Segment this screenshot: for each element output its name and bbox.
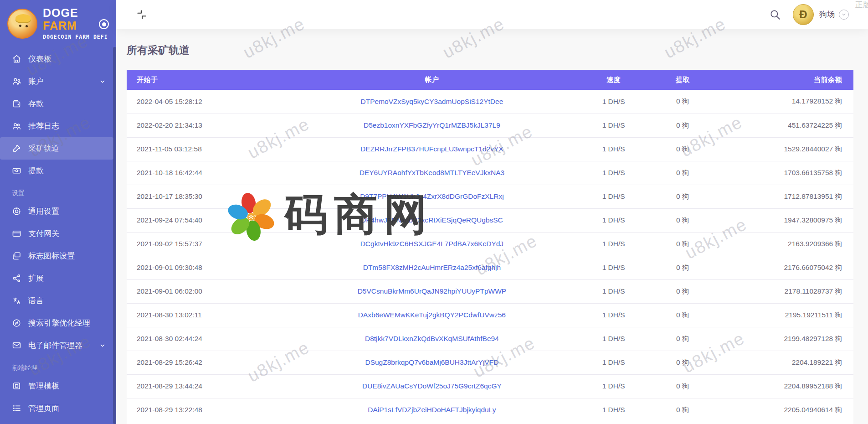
account-address-link[interactable]: DEZRRJrrZFPB37HUFcnpLU3wnpcT1d2vYX <box>360 145 503 153</box>
search-icon[interactable] <box>769 9 781 21</box>
table-row: 2021-08-29 15:26:42 DSugZ8brkqpQ7v6baMj6… <box>127 351 853 374</box>
row-withdraw: 0 狗 <box>664 208 701 232</box>
row-balance: 2163.9209366 狗 <box>701 232 853 256</box>
row-withdraw: 0 狗 <box>664 398 701 422</box>
row-speed: 1 DH/S <box>563 232 664 256</box>
sidebar-scrollbar[interactable] <box>113 47 116 424</box>
sidebar-item-label: 推荐日志 <box>28 121 59 131</box>
account-address-link[interactable]: D8tjkk7VDLkxnZkQdBvXKqMSUfAthfBe94 <box>365 335 499 342</box>
row-balance: 451.63724225 狗 <box>701 114 853 137</box>
username-label[interactable]: 狗场 <box>819 9 835 20</box>
row-balance: 1947.32800975 狗 <box>701 208 853 232</box>
sidebar-section-label: 前端经理 <box>0 357 116 375</box>
user-avatar[interactable]: Ð <box>793 4 814 25</box>
row-speed: 1 DH/S <box>563 185 664 208</box>
account-address-link[interactable]: DEY6UYRAohfYxTbKeod8MTLTYEeVJkxNA3 <box>360 169 504 176</box>
menu-pin-toggle[interactable] <box>99 19 109 29</box>
sidebar-item-envelope[interactable]: 电子邮件管理器 <box>0 334 113 357</box>
user-menu-chevron-icon[interactable] <box>839 10 849 20</box>
sidebar-item-home[interactable]: 仪表板 <box>0 48 113 70</box>
row-balance: 2204.89952188 狗 <box>701 374 853 398</box>
row-speed: 1 DH/S <box>563 351 664 374</box>
chevron-down-icon <box>99 342 106 348</box>
table-row: 2021-11-05 03:12:58 DEZRRJrrZFPB37HUFcnp… <box>127 137 853 161</box>
account-address-link[interactable]: DCgktvHk9zC6HSXJGE4L7PdBA7x6KcDYdJ <box>360 240 503 248</box>
sidebar: DOGE FARM DOGECOIN FARM DEFI 仪表板账户存款推荐日志… <box>0 0 116 424</box>
sidebar-item-label: 仪表板 <box>28 54 51 64</box>
sidebar-item-label: 支付网关 <box>28 228 59 239</box>
account-address-link[interactable]: DP4hwJFPNxnbV3xcRtXiESjqQeRQUgbsSC <box>361 216 503 224</box>
sidebar-item-label: 管理页面 <box>28 403 59 414</box>
sidebar-item-list[interactable]: 管理页面 <box>0 397 113 419</box>
row-start-time: 2021-08-30 13:02:11 <box>127 303 301 327</box>
disc-icon <box>12 207 21 216</box>
table-row: 2021-08-30 02:44:24 D8tjkk7VDLkxnZkQdBvX… <box>127 327 853 351</box>
sidebar-item-wallet[interactable]: 存款 <box>0 93 113 115</box>
sidebar-item-label: 语言 <box>28 295 44 306</box>
sidebar-item-template[interactable]: 管理模板 <box>0 375 113 397</box>
row-balance: 14.17928152 狗 <box>701 90 853 114</box>
row-speed: 1 DH/S <box>563 90 664 114</box>
row-start-time: 2021-09-02 15:57:37 <box>127 232 301 256</box>
row-speed: 1 DH/S <box>563 398 664 422</box>
row-start-time: 2021-08-29 13:44:24 <box>127 374 301 398</box>
wallet-icon <box>12 99 21 109</box>
sidebar-item-money-card[interactable]: 提款 <box>0 160 113 182</box>
sidebar-item-label: 标志图标设置 <box>28 251 75 261</box>
col-header-current-balance: 当前余额 <box>701 70 853 90</box>
row-withdraw: 0 狗 <box>664 327 701 351</box>
users-gear-icon <box>12 77 21 86</box>
table-row: 2021-09-01 09:30:48 DTm58FX8zMH2cAuHmrER… <box>127 256 853 279</box>
row-withdraw: 0 狗 <box>664 351 701 374</box>
table-row: 2021-09-01 06:02:00 D5VCsnuBkrMm6UrQaJN9… <box>127 279 853 303</box>
topbar-right: Ð 狗场 <box>769 4 849 25</box>
row-withdraw: 0 狗 <box>664 303 701 327</box>
home-icon <box>12 54 21 64</box>
account-address-link[interactable]: D5ezb1oxnYXFbGZfyYrQ1rMZBJ5kJL37L9 <box>364 121 500 129</box>
row-balance: 1712.87813951 狗 <box>701 185 853 208</box>
template-icon <box>12 381 21 391</box>
table-row: 2021-08-29 13:22:48 DAiP1sLfVDZjbZeiHDoH… <box>127 398 853 422</box>
credit-card-icon <box>12 229 21 238</box>
row-withdraw: 0 狗 <box>664 374 701 398</box>
table-row: 2021-10-17 18:35:30 D9T7PPHAW1UkJu4ZxrX8… <box>127 185 853 208</box>
account-address-link[interactable]: DTPemoVZxSyq5kyCY3admUopSiS12YtDee <box>361 98 503 105</box>
menu-collapse-icon[interactable] <box>136 9 148 21</box>
row-start-time: 2021-08-29 13:22:48 <box>127 398 301 422</box>
row-speed: 1 DH/S <box>563 374 664 398</box>
table-row: 2022-02-20 21:34:13 D5ezb1oxnYXFbGZfyYrQ… <box>127 114 853 137</box>
sidebar-item-users-gear[interactable]: 账户 <box>0 70 113 93</box>
account-address-link[interactable]: DUE8ivZAUaCsYDoWf25oJ75G9crtZ6qcGY <box>362 382 502 390</box>
table-row: 2022-04-05 15:28:12 DTPemoVZxSyq5kyCY3ad… <box>127 90 853 114</box>
col-header-started-at: 开始于 <box>127 70 301 90</box>
sidebar-item-hammer[interactable]: 采矿轨道 <box>0 137 113 160</box>
account-address-link[interactable]: D5VCsnuBkrMm6UrQaJN92hpiYUUyPTpWWP <box>358 287 506 295</box>
sidebar-item-compass[interactable]: 搜索引擎优化经理 <box>0 312 113 334</box>
account-address-link[interactable]: DSugZ8brkqpQ7v6baMj6BUH3JttArYjVFD <box>365 358 498 366</box>
sidebar-item-language[interactable]: 语言 <box>0 290 113 312</box>
mining-tracks-table: 开始于 帐户 速度 提取 当前余额 2022-04-05 15:28:12 DT… <box>127 70 853 424</box>
account-address-link[interactable]: D9T7PPHAW1UkJu4ZxrX8dDGrGDoFzXLRxj <box>360 192 504 200</box>
account-address-link[interactable]: DTm58FX8zMH2cAuHmrERz4a25xf6afghjh <box>363 264 501 271</box>
sidebar-item-credit-card[interactable]: 支付网关 <box>0 222 113 245</box>
row-withdraw: 0 狗 <box>664 256 701 279</box>
table-row: 2021-08-29 13:44:24 DUE8ivZAUaCsYDoWf25o… <box>127 374 853 398</box>
sidebar-item-label: 提款 <box>28 165 44 176</box>
sidebar-item-images[interactable]: 标志图标设置 <box>0 245 113 267</box>
col-header-account: 帐户 <box>301 70 563 90</box>
account-address-link[interactable]: DAxb6eWEMwKKeTuj2gkBQY2PCdwfUVwz56 <box>358 311 506 319</box>
table-row: 2021-09-02 15:57:37 DCgktvHk9zC6HSXJGE4L… <box>127 232 853 256</box>
account-address-link[interactable]: DAiP1sLfVDZjbZeiHDoHAFTJbjkyiqduLy <box>368 406 496 414</box>
sidebar-item-disc[interactable]: 通用设置 <box>0 200 113 222</box>
table-row-partial <box>127 422 853 424</box>
compass-icon <box>12 318 21 328</box>
main-content: 所有采矿轨道 开始于 帐户 速度 提取 当前余额 2022-04-05 15:2… <box>116 29 868 424</box>
sidebar-item-users[interactable]: 推荐日志 <box>0 115 113 137</box>
language-icon <box>12 296 21 305</box>
row-withdraw: 0 狗 <box>664 185 701 208</box>
row-start-time: 2022-02-20 21:34:13 <box>127 114 301 137</box>
images-icon <box>12 251 21 261</box>
table-row: 2021-09-24 07:54:40 DP4hwJFPNxnbV3xcRtXi… <box>127 208 853 232</box>
sidebar-item-share-nodes[interactable]: 扩展 <box>0 267 113 290</box>
row-speed: 1 DH/S <box>563 161 664 185</box>
